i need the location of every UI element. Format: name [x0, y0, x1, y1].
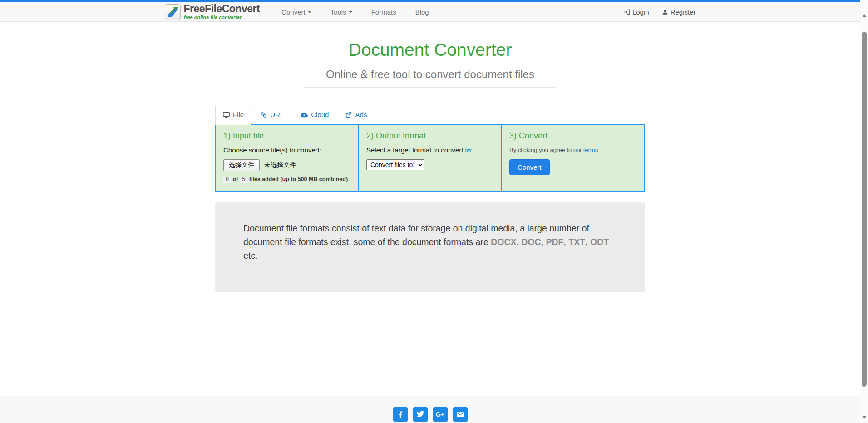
tab-url[interactable]: URL	[253, 105, 291, 124]
step1-instruction: Choose source file(s) to convert:	[223, 146, 351, 154]
tab-ads[interactable]: Ads	[338, 105, 374, 124]
file-count-note: 0 of 5 files added (up to 500 MB combine…	[223, 176, 351, 183]
tab-bar: File URL Cloud	[215, 105, 645, 124]
tab-cloud[interactable]: Cloud	[293, 105, 336, 124]
format-description-text: Document file formats consist of text da…	[243, 221, 617, 262]
tab-file[interactable]: File	[215, 105, 251, 125]
brand-text: FreeFileConvert free online file convert…	[184, 4, 260, 20]
navbar: FreeFileConvert free online file convert…	[0, 2, 860, 22]
step3-heading: 3) Convert	[509, 131, 637, 141]
brand-logo[interactable]: FreeFileConvert free online file convert…	[165, 4, 260, 20]
format-description-box: Document file formats consist of text da…	[215, 202, 645, 292]
nav-item-label: Blog	[415, 8, 429, 16]
brand-title: FreeFileConvert	[184, 4, 260, 14]
agree-text: By clicking you agree to our	[509, 147, 582, 153]
choose-file-button[interactable]: 选择文件	[223, 159, 260, 171]
step-output-format: 2) Output format Select a target format …	[358, 125, 501, 191]
tab-label: Cloud	[311, 111, 329, 118]
nav-item-label: Tools	[330, 8, 346, 16]
register-link[interactable]: Register	[662, 8, 696, 16]
terms-agreement-text: By clicking you agree to ourterms	[509, 147, 637, 153]
page-title: Document Converter	[215, 40, 645, 60]
files-added-count: 0	[223, 177, 231, 183]
browser-page: FreeFileConvert free online file convert…	[0, 0, 860, 423]
login-link[interactable]: Login	[623, 8, 649, 16]
facebook-icon[interactable]	[393, 407, 408, 422]
scroll-up-arrow[interactable]	[862, 14, 867, 17]
scroll-down-arrow[interactable]	[862, 416, 867, 419]
nav-item-formats[interactable]: Formats	[367, 8, 401, 16]
social-links: G+	[393, 396, 468, 423]
login-label: Login	[632, 8, 649, 16]
convert-arrows-icon	[165, 4, 181, 20]
google-plus-glyph: G+	[436, 411, 444, 418]
tab-label: File	[233, 111, 244, 118]
step2-heading: 2) Output format	[366, 131, 494, 141]
register-label: Register	[671, 8, 696, 16]
files-max-count: 5	[240, 177, 247, 183]
navbar-container: FreeFileConvert free online file convert…	[165, 2, 696, 21]
count-suffix-text: files added (up to 500 MB combined)	[249, 176, 348, 182]
nav-item-tools[interactable]: Tools	[326, 8, 357, 16]
scrollbar[interactable]	[860, 0, 868, 423]
chevron-down-icon	[349, 11, 352, 13]
step2-instruction: Select a target format to convert to:	[366, 146, 494, 154]
twitter-icon[interactable]	[413, 407, 428, 422]
footer: G+	[0, 396, 860, 423]
nav-item-convert[interactable]: Convert	[277, 8, 316, 16]
scrollbar-thumb[interactable]	[862, 32, 867, 387]
convert-button[interactable]: Convert	[509, 159, 550, 175]
nav-auth-links: Login Register	[623, 8, 696, 16]
external-link-icon	[345, 111, 352, 118]
tab-label: URL	[270, 111, 284, 118]
nav-links: Convert Tools Formats Blog	[277, 8, 444, 16]
user-icon	[662, 9, 668, 15]
divider	[304, 87, 557, 88]
file-status-text: 未选择文件	[264, 161, 296, 169]
nav-item-blog[interactable]: Blog	[411, 8, 434, 16]
file-input-row: 选择文件 未选择文件	[223, 159, 351, 171]
step1-heading: 1) Input file	[223, 131, 351, 141]
sign-in-icon	[623, 9, 630, 15]
link-icon	[260, 111, 267, 118]
google-plus-icon[interactable]: G+	[433, 407, 448, 422]
count-of-text: of	[233, 176, 238, 182]
converter-panel: 1) Input file Choose source file(s) to c…	[215, 124, 645, 192]
page-subtitle: Online & free tool to convert document f…	[215, 68, 645, 81]
nav-item-label: Convert	[281, 8, 306, 16]
monitor-icon	[222, 111, 230, 118]
tab-label: Ads	[355, 111, 367, 118]
brand-tagline: free online file converter	[184, 15, 260, 20]
main-content: Document Converter Online & free tool to…	[215, 40, 645, 292]
chevron-down-icon	[308, 11, 311, 13]
nav-item-label: Formats	[371, 8, 396, 16]
email-icon[interactable]	[453, 407, 468, 422]
step-input-file: 1) Input file Choose source file(s) to c…	[216, 125, 358, 191]
step-convert: 3) Convert By clicking you agree to ourt…	[501, 125, 644, 191]
cloud-download-icon	[300, 111, 308, 118]
output-format-select[interactable]: Convert files to:	[366, 159, 424, 170]
terms-link[interactable]: terms	[583, 147, 598, 153]
